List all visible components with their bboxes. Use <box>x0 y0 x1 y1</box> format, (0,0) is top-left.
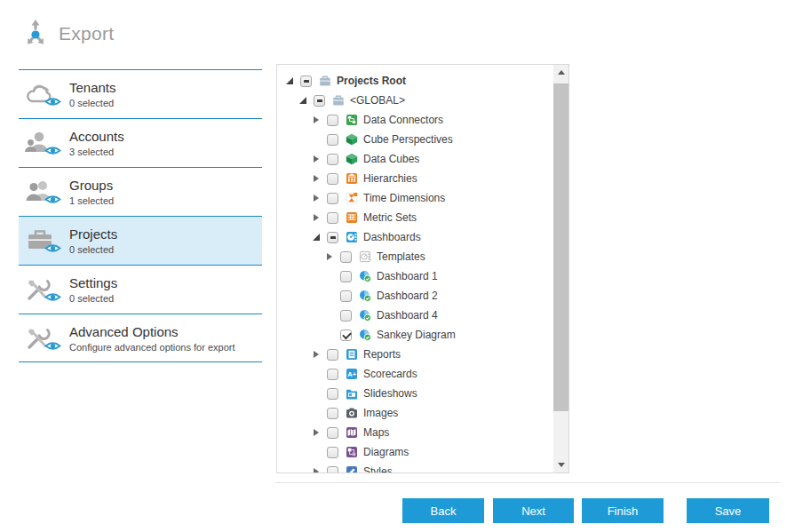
expand-arrow-icon[interactable] <box>311 173 322 184</box>
expand-arrow-icon[interactable] <box>311 154 322 164</box>
tree-node-label[interactable]: Reports <box>363 348 401 361</box>
visibility-eye-icon <box>44 193 61 209</box>
tree-node-label[interactable]: Slideshows <box>363 387 417 400</box>
page-title: Export <box>59 23 115 44</box>
tree-node: Cube Perspectives <box>277 130 553 149</box>
save-button[interactable]: Save <box>687 498 769 523</box>
tree-node-label[interactable]: <GLOBAL> <box>350 94 405 107</box>
tree-checkbox[interactable] <box>340 251 352 263</box>
tree-checkbox[interactable] <box>340 330 352 341</box>
tree-checkbox[interactable] <box>340 271 352 282</box>
tree-node-label[interactable]: Hierarchies <box>363 172 417 185</box>
sidebar-item-tenants[interactable]: Tenants0 selected <box>19 69 262 118</box>
tree-checkbox[interactable] <box>327 115 338 126</box>
tree-node: Reports <box>277 345 553 364</box>
dashboard-item-icon <box>359 309 371 322</box>
tree-node-label[interactable]: Projects Root <box>337 75 406 87</box>
collapse-arrow-icon[interactable] <box>284 75 295 86</box>
tree-checkbox[interactable] <box>327 388 338 400</box>
tree-checkbox[interactable] <box>340 290 352 302</box>
tree-node-label[interactable]: Data Cubes <box>363 153 419 165</box>
scroll-down-arrow-icon[interactable] <box>553 457 568 472</box>
sidebar-item-text: Projects0 selected <box>69 226 117 255</box>
tree-checkbox[interactable] <box>327 369 338 380</box>
projects-briefcase-icon <box>23 227 59 254</box>
tree-checkbox[interactable] <box>327 408 338 419</box>
sidebar-item-subtitle: 0 selected <box>69 98 116 108</box>
expand-arrow-icon[interactable] <box>311 193 322 203</box>
back-button[interactable]: Back <box>402 498 484 523</box>
sidebar-item-title: Advanced Options <box>69 324 235 340</box>
tree-checkbox[interactable] <box>327 447 338 458</box>
tree-node-label[interactable]: Styles <box>363 465 393 473</box>
tree-node-label[interactable]: Dashboards <box>363 231 421 243</box>
tree-node-label[interactable]: Sankey Diagram <box>377 329 456 341</box>
tree-node: Images <box>277 403 553 423</box>
tree-checkbox[interactable] <box>327 193 338 204</box>
images-icon <box>346 407 358 419</box>
groups-people-icon <box>23 179 59 205</box>
tree-node-label[interactable]: Dashboard 1 <box>377 270 438 282</box>
expand-arrow-icon[interactable] <box>311 212 322 223</box>
tree-checkbox[interactable] <box>314 95 325 107</box>
scrollbar-thumb[interactable] <box>553 83 568 411</box>
tree-node-label[interactable]: Dashboard 4 <box>377 309 438 322</box>
next-button[interactable]: Next <box>493 498 574 523</box>
expander-spacer <box>324 310 335 321</box>
sidebar-item-advanced-options[interactable]: Advanced OptionsConfigure advanced optio… <box>19 314 262 362</box>
tree-node-label[interactable]: Metric Sets <box>363 211 417 224</box>
collapse-arrow-icon[interactable] <box>311 232 322 242</box>
tree-checkbox[interactable] <box>327 134 338 146</box>
expand-arrow-icon[interactable] <box>311 349 322 360</box>
expander-spacer <box>311 369 322 379</box>
sidebar-item-text: Tenants0 selected <box>69 80 116 108</box>
sidebar-item-projects[interactable]: Projects0 selected <box>19 216 262 265</box>
visibility-eye-icon <box>44 242 61 258</box>
tree-node-label[interactable]: Dashboard 2 <box>377 290 438 302</box>
dashboard-item-icon <box>359 290 371 302</box>
dashboards-icon <box>346 231 358 243</box>
expand-arrow-icon[interactable] <box>311 427 322 438</box>
sidebar-item-settings[interactable]: Settings0 selected <box>19 265 262 314</box>
visibility-eye-icon <box>44 290 61 306</box>
visibility-eye-icon <box>44 95 61 111</box>
expand-arrow-icon[interactable] <box>311 466 322 473</box>
tree-node: Slideshows <box>277 384 553 403</box>
tree-node: Dashboard 1 <box>277 266 553 286</box>
finish-button[interactable]: Finish <box>582 498 664 523</box>
tree-checkbox[interactable] <box>327 466 338 474</box>
expand-arrow-icon[interactable] <box>311 115 322 125</box>
tree-node-label[interactable]: Templates <box>377 250 425 263</box>
tree-checkbox[interactable] <box>327 212 338 224</box>
tree-node-label[interactable]: Time Dimensions <box>363 192 445 204</box>
tree-node-label[interactable]: Maps <box>363 426 389 439</box>
tree-node-label[interactable]: Diagrams <box>363 446 409 458</box>
sidebar-item-title: Projects <box>69 226 117 242</box>
tree-node-label[interactable]: Scorecards <box>363 368 417 380</box>
hierarchies-icon <box>346 172 358 185</box>
sidebar-item-accounts[interactable]: Accounts3 selected <box>19 118 262 167</box>
tree-checkbox[interactable] <box>327 349 338 361</box>
tree-node: Dashboard 2 <box>277 286 553 306</box>
tree-node: Metric Sets <box>277 208 553 227</box>
tree-node: Data Connectors <box>277 110 553 130</box>
sidebar-item-groups[interactable]: Groups1 selected <box>19 167 262 216</box>
dashboard-item-icon <box>359 270 371 282</box>
tree-checkbox[interactable] <box>327 173 338 185</box>
export-share-icon <box>20 18 52 50</box>
tree-node-label[interactable]: Images <box>363 407 398 419</box>
tree-checkbox[interactable] <box>327 154 338 165</box>
tree-node-label[interactable]: Data Connectors <box>363 114 443 126</box>
collapse-arrow-icon[interactable] <box>298 95 308 106</box>
tree-node-label[interactable]: Cube Perspectives <box>363 133 453 146</box>
tree-checkbox[interactable] <box>300 75 312 87</box>
scroll-up-arrow-icon[interactable] <box>553 65 568 80</box>
sidebar-item-title: Accounts <box>69 129 124 145</box>
metric-sets-icon <box>346 211 358 224</box>
tree-checkbox[interactable] <box>327 427 338 439</box>
tree-checkbox[interactable] <box>340 310 352 322</box>
expand-arrow-icon[interactable] <box>324 251 335 262</box>
settings-tools-icon <box>23 276 59 303</box>
tree-checkbox[interactable] <box>327 232 338 243</box>
tree-scrollbar[interactable] <box>553 65 568 472</box>
